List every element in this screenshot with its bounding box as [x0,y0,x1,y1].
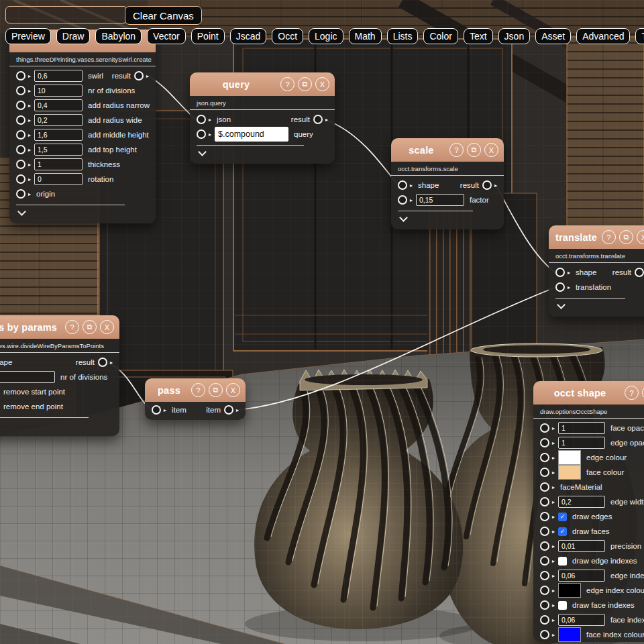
tab-logic[interactable]: Logic [309,28,343,44]
help-button[interactable]: ? [449,143,464,157]
node-header[interactable]: translate ? ⧉ X [549,225,644,249]
help-button[interactable]: ? [191,383,205,397]
input-port[interactable] [555,282,565,292]
input-port[interactable] [16,189,25,199]
node-header[interactable]: points by params ? ⧉ X [0,315,119,339]
output-port[interactable] [224,405,233,415]
node-header[interactable]: pass ? ⧉ X [145,378,246,402]
node-serenity-swirl[interactable]: things.threeDPrinting.vases.serenitySwir… [9,30,156,223]
duplicate-button[interactable]: ⧉ [83,320,97,334]
input-port[interactable] [398,195,407,205]
param-input[interactable] [558,422,605,434]
param-input[interactable] [34,99,83,111]
param-input[interactable] [558,496,605,508]
checkbox[interactable] [558,557,567,566]
output-port[interactable] [635,268,644,277]
checkbox[interactable] [558,601,567,610]
param-input[interactable] [416,194,464,206]
duplicate-button[interactable]: ⧉ [298,77,312,91]
tab-lists[interactable]: Lists [387,28,419,44]
tab-asset[interactable]: Asset [535,28,571,44]
duplicate-button[interactable]: ⧉ [209,383,223,397]
tab-advanced[interactable]: Advanced [576,28,630,44]
duplicate-button[interactable]: ⧉ [467,143,481,157]
input-port[interactable] [555,268,565,277]
close-button[interactable]: X [315,77,329,91]
output-port[interactable] [134,71,144,80]
collapse-icon[interactable] [399,213,408,222]
help-button[interactable]: ? [602,230,616,244]
tab-preview[interactable]: Preview [5,28,51,44]
tab-babylon[interactable]: Babylon [95,28,142,44]
color-swatch[interactable] [558,583,581,598]
input-port[interactable] [16,145,25,154]
input-port[interactable] [16,160,25,169]
collapse-icon[interactable] [17,207,26,216]
color-swatch[interactable] [558,450,581,465]
color-swatch[interactable] [558,465,581,480]
collapse-icon[interactable] [198,148,207,156]
input-port[interactable] [16,86,25,95]
clear-canvas-button[interactable]: Clear Canvas [125,6,202,25]
param-input[interactable] [558,614,605,626]
output-port[interactable] [482,180,492,190]
input-port[interactable] [540,600,549,610]
input-port[interactable] [16,71,25,80]
input-port[interactable] [540,586,549,595]
tab-occt[interactable]: Occt [272,28,303,44]
param-input[interactable] [34,85,83,97]
input-port[interactable] [540,630,549,639]
param-input[interactable] [34,114,83,126]
input-port[interactable] [540,453,549,462]
tab-color[interactable]: Color [423,28,458,44]
param-input[interactable] [34,173,83,185]
output-port[interactable] [313,115,323,124]
tab-draw[interactable]: Draw [56,28,91,44]
node-header[interactable]: query ? ⧉ X [190,72,335,96]
tab-json[interactable]: Json [498,28,531,44]
input-port[interactable] [540,527,549,536]
close-button[interactable]: X [484,143,498,157]
input-port[interactable] [16,174,25,184]
checkbox[interactable]: ✓ [558,527,567,536]
input-port[interactable] [540,615,549,625]
input-port[interactable] [540,541,549,551]
help-button[interactable]: ? [625,386,639,400]
node-query[interactable]: query ? ⧉ X json.query ▸jsonresult▸▸quer… [190,72,335,164]
input-port[interactable] [16,115,25,125]
input-port[interactable] [540,512,549,521]
param-input[interactable] [558,540,605,552]
input-port[interactable] [16,101,25,110]
collapse-icon[interactable] [557,301,566,309]
param-input[interactable] [0,371,55,383]
input-port[interactable] [540,571,549,580]
input-port[interactable] [152,405,161,415]
param-input[interactable] [34,144,83,156]
input-port[interactable] [540,468,549,477]
param-input[interactable] [34,158,83,170]
checkbox[interactable]: ✓ [558,513,567,521]
tab-math[interactable]: Math [349,28,382,44]
input-port[interactable] [16,130,25,140]
tab-text[interactable]: Text [464,28,493,44]
input-port[interactable] [540,438,549,447]
input-port[interactable] [540,556,549,566]
color-swatch[interactable] [558,627,581,642]
param-input[interactable] [34,70,83,82]
output-port[interactable] [98,358,107,367]
close-button[interactable]: X [226,383,240,397]
tab-vector[interactable]: Vector [147,28,186,44]
node-header[interactable]: scale ? ⧉ X [391,138,504,162]
node-occt-shape[interactable]: occt shape ? ⧉ X draw.optionsOcctShape ▸… [533,381,644,642]
help-button[interactable]: ? [280,77,294,91]
canvas-search-input[interactable] [5,6,127,23]
node-scale[interactable]: scale ? ⧉ X occt.transforms.scale ▸shape… [391,138,504,229]
input-port[interactable] [197,115,206,124]
input-port[interactable] [540,423,549,433]
node-translate[interactable]: translate ? ⧉ X occt.transforms.translat… [549,225,644,317]
tab-point[interactable]: Point [191,28,225,44]
node-header[interactable]: occt shape ? ⧉ X [533,381,644,405]
input-port[interactable] [540,497,549,506]
help-button[interactable]: ? [65,320,79,334]
param-input[interactable] [558,570,605,582]
